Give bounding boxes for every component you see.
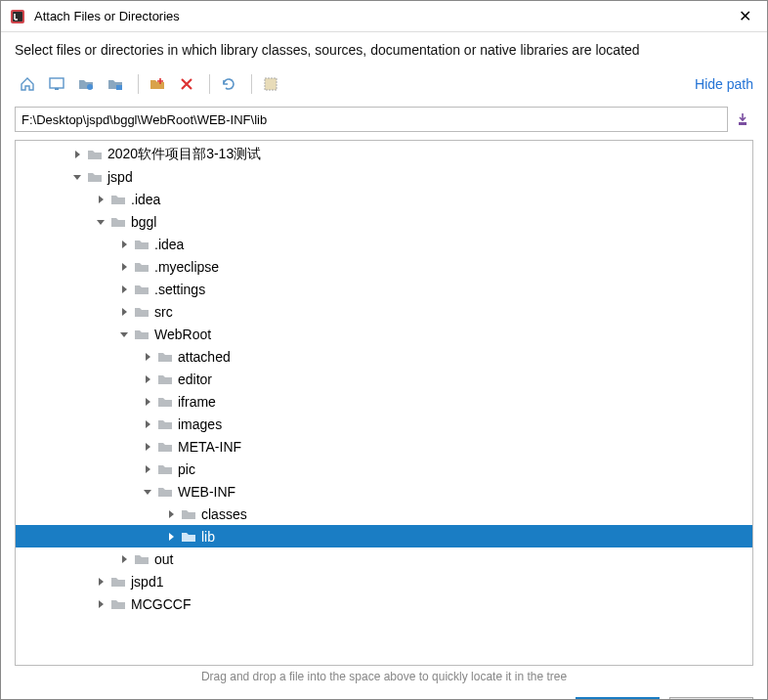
path-history-icon[interactable] bbox=[732, 107, 753, 132]
new-folder-icon[interactable] bbox=[145, 71, 170, 97]
tree-item-label: lib bbox=[201, 529, 215, 545]
folder-icon bbox=[86, 170, 104, 184]
project-folder-icon[interactable] bbox=[73, 71, 99, 97]
chevron-right-icon[interactable] bbox=[115, 554, 133, 564]
chevron-right-icon[interactable] bbox=[115, 284, 133, 294]
svg-rect-2 bbox=[50, 78, 64, 88]
path-input[interactable] bbox=[15, 107, 728, 132]
chevron-right-icon[interactable] bbox=[139, 419, 156, 429]
chevron-down-icon[interactable] bbox=[139, 487, 156, 497]
tree-row[interactable]: bggl bbox=[16, 210, 752, 233]
hide-path-link[interactable]: Hide path bbox=[695, 76, 753, 92]
chevron-right-icon[interactable] bbox=[115, 307, 133, 317]
tree-row[interactable]: MCGCCF bbox=[16, 592, 752, 615]
tree-item-label: jspd bbox=[107, 169, 133, 185]
tree-row[interactable]: classes bbox=[16, 503, 752, 525]
folder-icon bbox=[180, 530, 197, 544]
chevron-right-icon[interactable] bbox=[162, 509, 180, 519]
chevron-down-icon[interactable] bbox=[115, 329, 133, 339]
folder-icon bbox=[133, 260, 150, 274]
chevron-right-icon[interactable] bbox=[139, 442, 156, 452]
chevron-down-icon[interactable] bbox=[92, 217, 109, 227]
folder-icon bbox=[133, 552, 150, 566]
folder-icon bbox=[109, 215, 127, 229]
chevron-right-icon[interactable] bbox=[115, 262, 133, 272]
folder-icon bbox=[109, 597, 127, 611]
tree-row[interactable]: META-INF bbox=[16, 435, 752, 458]
chevron-right-icon[interactable] bbox=[92, 599, 109, 609]
tree-item-label: MCGCCF bbox=[131, 596, 191, 612]
tree-row[interactable]: attached bbox=[16, 345, 752, 368]
folder-icon bbox=[156, 440, 174, 454]
folder-icon bbox=[156, 417, 174, 431]
tree-row[interactable]: src bbox=[16, 300, 752, 323]
tree-row[interactable]: iframe bbox=[16, 390, 752, 413]
tree-item-label: bggl bbox=[131, 214, 156, 230]
chevron-down-icon[interactable] bbox=[68, 172, 86, 182]
folder-icon bbox=[133, 328, 150, 341]
desktop-icon[interactable] bbox=[44, 71, 69, 97]
chevron-right-icon[interactable] bbox=[162, 532, 180, 542]
tree-row[interactable]: WebRoot bbox=[16, 323, 752, 345]
tree-item-label: .myeclipse bbox=[154, 259, 219, 275]
folder-icon bbox=[133, 283, 150, 296]
tree-row[interactable]: .settings bbox=[16, 278, 752, 300]
tree-row[interactable]: .idea bbox=[16, 188, 752, 210]
tree-row[interactable]: .myeclipse bbox=[16, 255, 752, 278]
folder-icon bbox=[86, 148, 104, 161]
delete-icon[interactable] bbox=[174, 71, 199, 97]
folder-icon bbox=[156, 462, 174, 476]
chevron-right-icon[interactable] bbox=[92, 577, 109, 587]
close-button[interactable]: ✕ bbox=[730, 2, 759, 31]
chevron-right-icon[interactable] bbox=[92, 195, 109, 204]
svg-rect-5 bbox=[116, 85, 122, 90]
tree-row[interactable]: lib bbox=[16, 525, 752, 547]
button-bar: ? OK Cancel bbox=[1, 689, 767, 700]
tree-item-label: jspd1 bbox=[131, 574, 163, 590]
tree-row[interactable]: images bbox=[16, 413, 752, 435]
tree-row[interactable]: out bbox=[16, 547, 752, 570]
show-hidden-icon[interactable] bbox=[258, 71, 283, 97]
tree-item-label: WebRoot bbox=[154, 327, 211, 342]
home-icon[interactable] bbox=[15, 71, 40, 97]
chevron-right-icon[interactable] bbox=[139, 397, 156, 407]
tree-row[interactable]: jspd bbox=[16, 165, 752, 188]
tree-item-label: 2020软件项目部3-13测试 bbox=[107, 146, 261, 163]
tree-row[interactable]: jspd1 bbox=[16, 570, 752, 592]
folder-icon bbox=[156, 395, 174, 409]
chevron-right-icon[interactable] bbox=[139, 374, 156, 384]
module-folder-icon[interactable] bbox=[103, 71, 128, 97]
tree-item-label: out bbox=[154, 551, 173, 567]
folder-icon bbox=[109, 193, 127, 206]
tree-item-label: src bbox=[154, 304, 173, 320]
chevron-right-icon[interactable] bbox=[115, 240, 133, 249]
instruction-text: Select files or directories in which lib… bbox=[1, 32, 767, 67]
folder-icon bbox=[133, 238, 150, 251]
folder-icon bbox=[156, 350, 174, 364]
dialog-title: Attach Files or Directories bbox=[34, 9, 730, 23]
file-tree[interactable]: 2020软件项目部3-13测试jspd.ideabggl.idea.myecli… bbox=[15, 140, 753, 666]
toolbar-separator bbox=[209, 74, 210, 94]
tree-item-label: classes bbox=[201, 506, 247, 522]
chevron-right-icon[interactable] bbox=[139, 352, 156, 362]
tree-item-label: editor bbox=[178, 372, 212, 387]
folder-icon bbox=[133, 305, 150, 319]
tree-row[interactable]: editor bbox=[16, 368, 752, 390]
tree-item-label: iframe bbox=[178, 394, 216, 410]
tree-row[interactable]: .idea bbox=[16, 233, 752, 255]
tree-item-label: .idea bbox=[131, 192, 160, 207]
tree-row[interactable]: 2020软件项目部3-13测试 bbox=[16, 143, 752, 165]
tree-item-label: .settings bbox=[154, 282, 205, 297]
toolbar-separator bbox=[251, 74, 252, 94]
app-icon bbox=[9, 8, 26, 25]
svg-rect-6 bbox=[265, 78, 277, 90]
refresh-icon[interactable] bbox=[216, 71, 241, 97]
chevron-right-icon[interactable] bbox=[68, 150, 86, 159]
tree-row[interactable]: WEB-INF bbox=[16, 480, 752, 503]
tree-row[interactable]: pic bbox=[16, 458, 752, 480]
folder-icon bbox=[109, 575, 127, 589]
svg-rect-8 bbox=[739, 122, 747, 125]
tree-item-label: META-INF bbox=[178, 439, 241, 455]
chevron-right-icon[interactable] bbox=[139, 464, 156, 474]
toolbar: Hide path bbox=[1, 67, 767, 107]
